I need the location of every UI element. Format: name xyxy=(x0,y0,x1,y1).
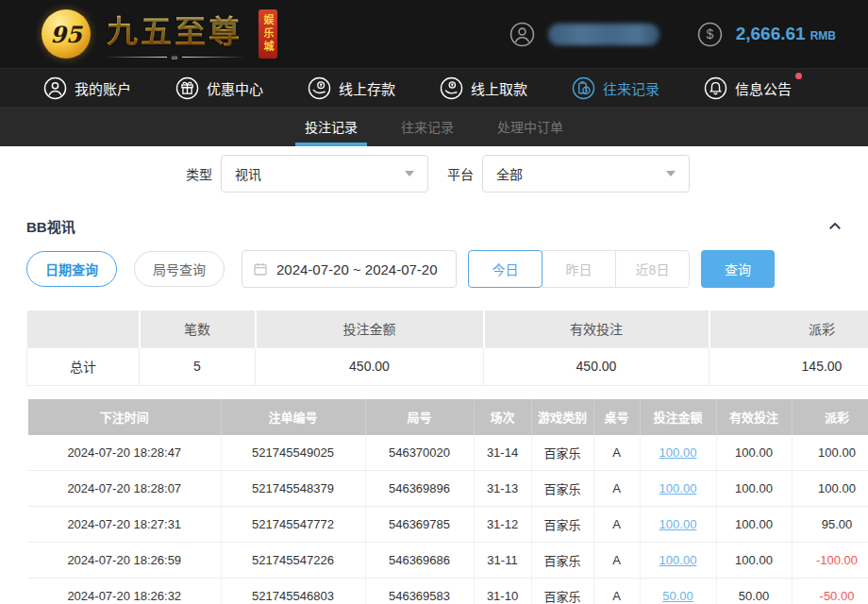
balance-display[interactable]: 2,666.61 RMB xyxy=(736,24,836,44)
table-row: 2024-07-20 18:28:07521745548379546369896… xyxy=(28,471,868,507)
cell-bet: 100.00 xyxy=(640,471,716,507)
cell-valid: 100.00 xyxy=(716,543,792,579)
date-query-button[interactable]: 日期查询 xyxy=(26,251,117,287)
table-row: 2024-07-20 18:26:32521745546803546369583… xyxy=(28,579,868,604)
round-query-button[interactable]: 局号查询 xyxy=(134,251,225,287)
summary-payout: 145.00 xyxy=(709,347,868,385)
cell-order_id: 521745547772 xyxy=(221,507,365,543)
cell-round_id: 546369686 xyxy=(365,543,474,579)
bet-amount-link[interactable]: 100.00 xyxy=(659,517,697,531)
cell-table: A xyxy=(593,579,640,604)
tab-processing-orders[interactable]: 处理中订单 xyxy=(494,107,566,146)
brand-name: 九五至尊 xyxy=(107,7,242,52)
quick-last8days-button[interactable]: 近8日 xyxy=(615,250,690,288)
chevron-up-icon[interactable] xyxy=(826,218,843,235)
deposit-icon xyxy=(308,76,331,100)
cell-game: 百家乐 xyxy=(531,435,593,471)
cell-time: 2024-07-20 18:28:07 xyxy=(28,471,221,507)
site-logo[interactable]: 95 九五至尊 ∞ 娱乐城 xyxy=(42,7,277,62)
cell-order_id: 521745548379 xyxy=(221,471,365,507)
cell-table: A xyxy=(593,471,640,507)
type-filter-label: 类型 xyxy=(186,164,212,183)
nav-item-deposit[interactable]: 线上存款 xyxy=(308,76,395,100)
section-title: BB视讯 xyxy=(26,216,75,236)
bet-table-body: 2024-07-20 18:28:47521745549025546370020… xyxy=(28,435,868,604)
platform-filter-group: 平台 全部 xyxy=(447,155,690,193)
summary-header-bet-amount: 投注金额 xyxy=(256,310,484,347)
platform-select[interactable]: 全部 xyxy=(482,155,690,193)
tab-bet-records[interactable]: 投注记录 xyxy=(302,107,360,146)
filter-row: 类型 视讯 平台 全部 xyxy=(186,155,868,193)
user-icon xyxy=(43,76,67,100)
cell-valid: 100.00 xyxy=(716,471,792,507)
bet-amount-link[interactable]: 100.00 xyxy=(659,553,697,567)
cell-payout: -50.00 xyxy=(792,579,868,604)
summary-total-row: 总计 5 450.00 450.00 145.00 xyxy=(27,347,868,385)
cell-game: 百家乐 xyxy=(531,579,593,604)
cell-round_id: 546369583 xyxy=(365,579,474,604)
nav-label: 优惠中心 xyxy=(207,78,263,98)
bet-amount-link[interactable]: 100.00 xyxy=(659,445,697,460)
cell-game: 百家乐 xyxy=(531,507,593,543)
cell-game: 百家乐 xyxy=(531,471,593,507)
header-bet-time: 下注时间 xyxy=(28,399,221,435)
nav-item-my-account[interactable]: 我的账户 xyxy=(43,76,131,100)
bet-table-header-row: 下注时间 注单编号 局号 场次 游戏类别 桌号 投注金额 有效投注 派彩 xyxy=(28,399,868,435)
nav-item-announcements[interactable]: 信息公告 xyxy=(704,76,792,100)
cell-time: 2024-07-20 18:28:47 xyxy=(28,435,221,471)
platform-select-value: 全部 xyxy=(496,164,523,183)
cell-bet: 100.00 xyxy=(640,543,716,579)
cell-bet: 50.00 xyxy=(640,579,716,604)
header-session: 场次 xyxy=(474,399,531,435)
cell-order_id: 521745547226 xyxy=(221,543,365,579)
nav-label: 往来记录 xyxy=(603,78,659,98)
withdraw-icon xyxy=(440,76,463,100)
tab-transaction-records[interactable]: 往来记录 xyxy=(398,107,457,146)
summary-valid-bet: 450.00 xyxy=(484,347,709,385)
quick-yesterday-button[interactable]: 昨日 xyxy=(542,250,616,288)
logo-monogram-icon: 95 xyxy=(42,9,91,59)
summary-count: 5 xyxy=(140,347,256,385)
nav-item-promotions[interactable]: 优惠中心 xyxy=(175,76,263,100)
username-redacted[interactable] xyxy=(548,24,659,45)
nav-item-withdraw[interactable]: 线上取款 xyxy=(440,76,527,100)
summary-header-empty xyxy=(27,310,140,347)
summary-table: 笔数 投注金额 有效投注 派彩 总计 5 450.00 450.00 145.0… xyxy=(26,310,868,386)
cell-table: A xyxy=(593,435,640,471)
bell-icon xyxy=(704,76,727,100)
cell-table: A xyxy=(593,507,640,543)
nav-label: 我的账户 xyxy=(75,78,131,98)
header-bet-amount: 投注金额 xyxy=(640,399,716,435)
header-valid-bet: 有效投注 xyxy=(716,399,792,435)
balance-currency: RMB xyxy=(810,29,836,42)
type-filter-group: 类型 视讯 xyxy=(186,155,428,193)
type-select[interactable]: 视讯 xyxy=(221,155,428,193)
flourish-ornament-icon: ∞ xyxy=(99,53,250,62)
quick-today-button[interactable]: 今日 xyxy=(468,250,542,288)
record-tabbar: 投注记录 往来记录 处理中订单 xyxy=(0,107,868,146)
table-row: 2024-07-20 18:28:47521745549025546370020… xyxy=(28,435,868,471)
cell-time: 2024-07-20 18:26:32 xyxy=(28,579,221,604)
user-info-area: $ 2,666.61 RMB xyxy=(509,22,836,47)
section-head: BB视讯 xyxy=(26,216,843,236)
nav-label: 信息公告 xyxy=(735,78,792,98)
search-button[interactable]: 查询 xyxy=(701,250,775,288)
cell-round_id: 546369785 xyxy=(365,507,474,543)
records-icon xyxy=(572,76,595,100)
svg-text:$: $ xyxy=(706,26,713,42)
cell-session: 31-14 xyxy=(474,435,531,471)
cell-payout: -100.00 xyxy=(792,543,868,579)
tab-label: 往来记录 xyxy=(401,117,454,136)
bet-amount-link[interactable]: 50.00 xyxy=(662,589,693,603)
summary-header-row: 笔数 投注金额 有效投注 派彩 xyxy=(27,310,868,347)
date-range-input[interactable]: 2024-07-20 ~ 2024-07-20 xyxy=(242,250,457,288)
header-payout: 派彩 xyxy=(792,399,868,435)
bet-amount-link[interactable]: 100.00 xyxy=(659,481,697,495)
balance-amount: 2,666.61 xyxy=(736,24,806,44)
cell-session: 31-10 xyxy=(474,579,531,604)
nav-item-transaction-records[interactable]: 往来记录 xyxy=(572,76,659,100)
cell-valid: 100.00 xyxy=(716,507,792,543)
cell-bet: 100.00 xyxy=(640,435,716,471)
cell-order_id: 521745549025 xyxy=(221,435,365,471)
chevron-down-icon xyxy=(666,171,676,176)
